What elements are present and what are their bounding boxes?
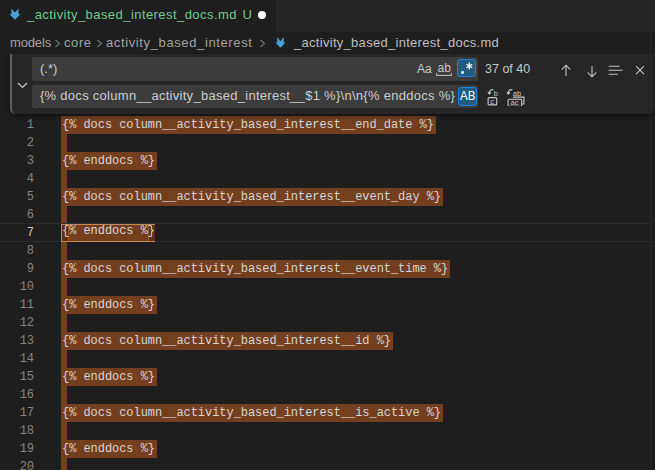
svg-text:c: c xyxy=(490,96,494,105)
svg-text:ac: ac xyxy=(510,98,518,106)
svg-text:ab: ab xyxy=(512,88,520,97)
svg-text:b: b xyxy=(493,88,497,97)
